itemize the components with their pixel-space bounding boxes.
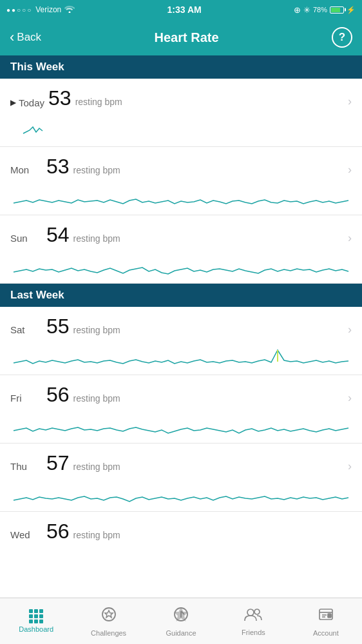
bpm-unit-fri: resting bpm xyxy=(73,393,120,404)
nav-bar: ‹ Back Heart Rate ? xyxy=(0,19,362,55)
bpm-unit-today: resting bpm xyxy=(75,97,122,107)
day-row-thu[interactable]: Thu 57 resting bpm › xyxy=(0,444,362,512)
bpm-wed: 56 xyxy=(46,520,70,543)
day-row-fri[interactable]: Fri 56 resting bpm › xyxy=(0,375,362,444)
friends-label: Friends xyxy=(242,629,265,636)
battery-icon xyxy=(330,6,344,14)
status-time: 1:33 AM xyxy=(167,5,202,15)
challenges-label: Challenges xyxy=(91,629,126,637)
day-row-sun[interactable]: Sun 54 resting bpm › xyxy=(0,215,362,284)
bpm-sat: 55 xyxy=(46,315,70,338)
wifi-icon xyxy=(64,5,75,15)
chevron-right-mon: › xyxy=(348,163,352,177)
day-label-wed: Wed xyxy=(10,529,43,540)
battery-fill xyxy=(331,8,340,12)
day-label-fri: Fri xyxy=(10,393,43,404)
chevron-right-today: › xyxy=(348,95,352,108)
bpm-fri: 56 xyxy=(46,383,70,407)
nav-item-friends[interactable]: Friends xyxy=(217,607,289,636)
content-area: This Week ▶ Today 53 resting bpm › Mon xyxy=(0,55,362,603)
nav-item-challenges[interactable]: Challenges xyxy=(72,606,144,637)
page-title: Heart Rate xyxy=(155,30,219,45)
bottom-nav: Dashboard Challenges Guidance xyxy=(0,598,362,644)
svg-rect-13 xyxy=(328,614,331,618)
day-row-mon[interactable]: Mon 53 resting bpm › xyxy=(0,147,362,215)
chevron-right-thu: › xyxy=(348,460,352,473)
nav-item-guidance[interactable]: Guidance xyxy=(145,606,217,637)
nav-item-account[interactable]: Account xyxy=(290,606,362,637)
bpm-unit-thu: resting bpm xyxy=(73,462,120,472)
back-label: Back xyxy=(17,31,41,44)
help-label: ? xyxy=(339,31,345,44)
status-icons: ⊕ ✳ 78% ⚡ xyxy=(294,5,356,15)
day-label-mon: Mon xyxy=(10,164,43,175)
day-label-thu: Thu xyxy=(10,461,43,472)
chevron-right-sat: › xyxy=(348,323,352,337)
day-label-today: ▶ Today xyxy=(10,97,44,108)
bluetooth-icon: ✳ xyxy=(303,5,310,15)
section-header-this-week: This Week xyxy=(0,55,362,79)
bpm-today: 53 xyxy=(48,86,71,110)
back-chevron-icon: ‹ xyxy=(10,30,14,44)
status-bar: ●●○○○ Verizon 1:33 AM ⊕ ✳ 78% ⚡ xyxy=(0,0,362,19)
chevron-right-sun: › xyxy=(348,231,352,245)
friends-icon xyxy=(243,607,263,627)
bpm-thu: 57 xyxy=(46,451,70,475)
dashboard-label: Dashboard xyxy=(19,625,53,633)
challenges-icon xyxy=(100,606,117,627)
today-arrow-icon: ▶ xyxy=(10,98,16,107)
chevron-right-fri: › xyxy=(348,391,352,405)
bpm-unit-wed: resting bpm xyxy=(73,530,120,540)
chart-sun xyxy=(10,251,352,283)
dashboard-icon xyxy=(29,609,43,623)
nav-item-dashboard[interactable]: Dashboard xyxy=(0,609,72,633)
day-row-wed[interactable]: Wed 56 resting bpm xyxy=(0,512,362,556)
day-label-sat: Sat xyxy=(10,324,43,335)
status-carrier: ●●○○○ Verizon xyxy=(6,5,75,15)
chart-fri xyxy=(10,411,352,443)
svg-point-8 xyxy=(254,609,260,614)
section-header-last-week: Last Week xyxy=(0,284,362,307)
day-row-sat[interactable]: Sat 55 resting bpm › xyxy=(0,307,362,375)
chart-sat xyxy=(10,342,352,375)
location-icon: ⊕ xyxy=(294,5,301,15)
back-button[interactable]: ‹ Back xyxy=(10,30,41,44)
signal-dots: ●●○○○ xyxy=(6,6,32,14)
chart-mon xyxy=(10,182,352,215)
help-button[interactable]: ? xyxy=(332,27,352,48)
day-row-today[interactable]: ▶ Today 53 resting bpm › xyxy=(0,79,362,147)
bpm-sun: 54 xyxy=(46,223,70,247)
bpm-unit-sun: resting bpm xyxy=(73,233,120,244)
charging-icon: ⚡ xyxy=(347,6,356,14)
svg-point-7 xyxy=(247,609,254,616)
svg-marker-2 xyxy=(105,610,113,618)
account-icon xyxy=(318,606,334,627)
chart-thu xyxy=(10,479,352,511)
guidance-icon xyxy=(173,606,189,627)
bpm-unit-sat: resting bpm xyxy=(73,325,120,335)
guidance-label: Guidance xyxy=(166,629,196,637)
chart-today xyxy=(10,114,352,146)
battery-percent: 78% xyxy=(313,6,327,14)
carrier-label: Verizon xyxy=(35,5,61,14)
day-label-sun: Sun xyxy=(10,233,43,244)
account-label: Account xyxy=(313,629,339,637)
bpm-mon: 53 xyxy=(46,155,70,179)
bpm-unit-mon: resting bpm xyxy=(73,165,120,175)
